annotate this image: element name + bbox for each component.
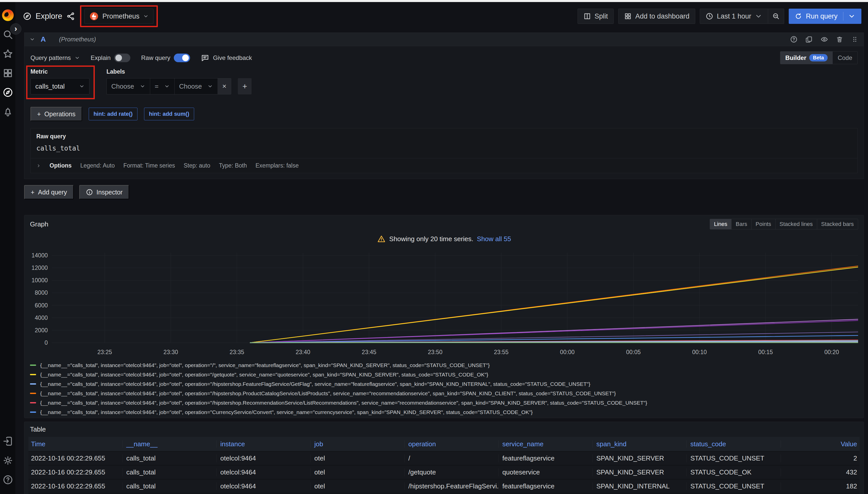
chevron-down-icon	[755, 13, 762, 20]
series-color-swatch	[30, 393, 36, 394]
legend-item[interactable]: {__name__="calls_total", instance="otelc…	[30, 360, 858, 370]
add-operation-button[interactable]: + Operations	[31, 107, 82, 121]
hint-add-sum-button[interactable]: hint: add sum()	[144, 108, 194, 120]
grafana-logo-icon[interactable]	[0, 5, 16, 25]
dashboards-icon[interactable]	[0, 63, 16, 83]
graph-panel-title: Graph	[30, 220, 48, 228]
option-type: Type: Both	[219, 162, 247, 169]
legend-label: {__name__="calls_total", instance="otelc…	[40, 409, 532, 415]
legend-item[interactable]: {__name__="calls_total", instance="otelc…	[30, 379, 858, 388]
collapse-chevron-icon[interactable]	[30, 37, 35, 42]
add-query-button[interactable]: + Add query	[24, 185, 74, 199]
graph-mode-points[interactable]: Points	[752, 219, 775, 229]
run-query-button[interactable]: Run query	[789, 8, 862, 24]
zoom-out-time-button[interactable]	[768, 8, 784, 24]
drag-handle-icon[interactable]	[851, 36, 858, 43]
column-header-Time[interactable]: Time	[29, 440, 123, 448]
column-header-statuscode[interactable]: status_code	[687, 440, 781, 448]
graph-mode-bars[interactable]: Bars	[731, 219, 751, 229]
graph-plot-area[interactable]	[52, 250, 858, 346]
table-cell: STATUS_CODE_UNSET	[687, 482, 781, 490]
query-patterns-dropdown[interactable]: Query patterns	[31, 54, 80, 61]
disable-query-eye-icon[interactable]	[820, 36, 828, 43]
inspector-button[interactable]: Inspector	[79, 185, 129, 199]
clock-icon	[706, 13, 713, 20]
code-mode-button[interactable]: Code	[833, 52, 857, 64]
add-to-dashboard-button[interactable]: Add to dashboard	[618, 8, 695, 24]
column-header-spankind[interactable]: span_kind	[593, 440, 687, 448]
graph-legend: {__name__="calls_total", instance="otelc…	[30, 360, 858, 418]
remove-label-filter-button[interactable]: ×	[217, 78, 231, 94]
label-key-select[interactable]: Choose	[107, 78, 150, 94]
open-menu-chevron-button[interactable]: ›	[10, 23, 21, 35]
search-minus-icon	[772, 13, 780, 20]
browser-edge	[0, 0, 868, 2]
table-cell: calls_total	[123, 468, 217, 476]
graph-mode-stacked-lines[interactable]: Stacked lines	[775, 219, 817, 229]
query-options-row[interactable]: Options Legend: Auto Format: Time series…	[31, 158, 857, 173]
legend-item[interactable]: {__name__="calls_total", instance="otelc…	[30, 407, 858, 417]
column-header-servicename[interactable]: service_name	[499, 440, 593, 448]
remove-query-trash-icon[interactable]	[836, 36, 843, 43]
query-help-icon[interactable]	[790, 36, 798, 43]
explain-label: Explain	[91, 54, 111, 61]
legend-item[interactable]: {__name__="calls_total", instance="otelc…	[30, 398, 858, 407]
legend-item[interactable]: {__name__="calls_total", instance="otelc…	[30, 370, 858, 379]
sidebar	[0, 2, 16, 494]
chevron-right-icon	[36, 164, 41, 168]
add-label-filter-button[interactable]: +	[238, 78, 252, 94]
table-cell: 2022-10-16 00:22:29.655	[29, 454, 123, 462]
series-color-swatch	[30, 402, 36, 403]
plus-icon: +	[37, 110, 41, 118]
datasource-name: Prometheus	[103, 13, 140, 20]
hint-add-rate-button[interactable]: hint: add rate()	[89, 108, 138, 120]
legend-item[interactable]: {__name__="calls_total", instance="otelc…	[30, 388, 858, 398]
column-header-instance[interactable]: instance	[217, 440, 310, 448]
time-range-button[interactable]: Last 1 hour	[700, 8, 768, 24]
table-row: 2022-10-16 00:22:29.655calls_totalotelco…	[29, 452, 860, 466]
raw-query-preview: Raw query calls_total	[31, 128, 857, 158]
label-value-select[interactable]: Choose	[174, 78, 218, 94]
split-button[interactable]: Split	[578, 8, 614, 24]
series-limit-warning: Showing only 20 time series. Show all 55	[24, 230, 864, 244]
warning-triangle-icon	[377, 234, 386, 243]
query-toolbar: Query patterns Explain Raw query	[31, 50, 857, 67]
raw-query-toggle[interactable]	[174, 54, 190, 62]
table-cell: 2	[781, 454, 860, 462]
graph-mode-lines[interactable]: Lines	[710, 219, 731, 229]
column-header-job[interactable]: job	[310, 440, 404, 448]
explore-icon[interactable]	[0, 83, 16, 102]
table-cell: 2022-10-16 00:22:29.655	[29, 482, 123, 490]
starred-icon[interactable]	[0, 44, 16, 63]
give-feedback-link[interactable]: Give feedback	[201, 54, 252, 62]
legend-item[interactable]: {__name__="calls_total", instance="otelc…	[30, 417, 858, 418]
query-row-header[interactable]: A (Prometheus)	[24, 33, 864, 46]
column-header-name[interactable]: __name__	[123, 440, 217, 448]
metric-label: Metric	[31, 68, 89, 75]
graph-style-switch: Lines Bars Points Stacked lines Stacked …	[710, 219, 858, 229]
column-header-Value[interactable]: Value	[781, 440, 860, 448]
metric-select[interactable]: calls_total	[31, 78, 89, 94]
duplicate-query-icon[interactable]	[805, 36, 813, 43]
sign-in-icon[interactable]	[0, 432, 16, 451]
chevron-down-icon	[74, 55, 80, 61]
table-cell: 2022-10-16 00:22:29.655	[29, 468, 123, 476]
share-alt-icon[interactable]	[66, 12, 75, 21]
table-cell: otel	[310, 482, 404, 490]
settings-gear-icon[interactable]	[0, 451, 16, 470]
graph-canvas	[52, 250, 858, 346]
column-header-operation[interactable]: operation	[404, 440, 499, 448]
show-all-series-link[interactable]: Show all 55	[477, 235, 511, 243]
graph-mode-stacked-bars[interactable]: Stacked bars	[817, 219, 858, 229]
query-editor: A (Prometheus) Query patterns	[24, 33, 864, 179]
explain-toggle[interactable]	[114, 54, 130, 62]
results-table: Time__name__instancejoboperationservice_…	[29, 437, 860, 494]
alerting-bell-icon[interactable]	[0, 102, 16, 121]
comment-icon	[201, 54, 210, 62]
label-operator-select[interactable]: =	[150, 78, 174, 94]
help-icon[interactable]	[0, 470, 16, 490]
table-panel-title: Table	[30, 425, 46, 433]
builder-mode-button[interactable]: Builder Beta	[780, 52, 833, 64]
chevron-down-icon	[79, 83, 85, 89]
datasource-picker[interactable]: Prometheus	[84, 8, 153, 24]
